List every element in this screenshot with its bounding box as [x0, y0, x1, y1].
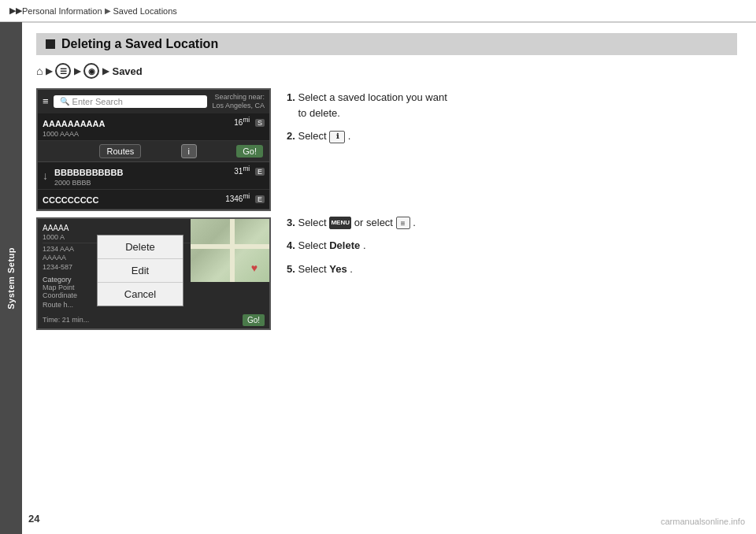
path-arrow2: ▶ [74, 66, 80, 76]
map-road-vertical [230, 219, 235, 282]
edit-menu-item[interactable]: Edit [98, 259, 183, 283]
list-item-dist: 16mi S [234, 116, 265, 127]
step-3-text: Select [298, 217, 329, 228]
instruction-3: 3. Select MENU or select ≡ . [287, 215, 737, 231]
spacer [287, 152, 737, 215]
map-area: ♥ [191, 219, 269, 282]
instructions-col: 1. Select a saved location you want to d… [287, 88, 737, 284]
contacts-icon: ☰ [55, 63, 71, 79]
path-row: ⌂ ▶ ☰ ▶ ◉ ▶ Saved [36, 63, 737, 79]
list-item[interactable]: ↓ BBBBBBBBBBB 31mi E 2000 BBBB [38, 162, 269, 190]
step-5-text: Select [298, 263, 329, 275]
list-item[interactable]: CCCCCCCCC 1346mi E [38, 190, 269, 210]
step-5-end: . [350, 263, 353, 275]
context-menu: Delete Edit Cancel [97, 235, 183, 306]
path-saved-label: Saved [112, 65, 142, 77]
home-icon: ⌂ [36, 65, 43, 77]
section-icon [46, 39, 55, 49]
instruction-1: 1. Select a saved location you want to d… [287, 90, 737, 121]
map-placeholder: ♥ [191, 219, 269, 282]
screen-top: ≡ 🔍 Enter Search Searching near: Los Ang… [36, 88, 271, 211]
step-4-text: Select [298, 239, 329, 251]
step-3-mid: or select [354, 217, 396, 228]
breadcrumb-part2: Saved Locations [113, 6, 177, 16]
bottom-item-name: AAAAA [43, 224, 69, 232]
path-arrow3: ▶ [102, 66, 109, 76]
list-item-dist: 31mi E [234, 165, 265, 176]
routes-row: Routes i Go! [38, 141, 269, 162]
menu-button-icon: MENU [329, 217, 351, 229]
step-1-text: Select a saved location you want to dele… [287, 91, 447, 119]
screen-bottom-bar: Time: 21 min... Go! [38, 312, 269, 328]
list-item-name: CCCCCCCCC [43, 195, 99, 205]
path-arrow1: ▶ [46, 66, 52, 76]
search-box[interactable]: 🔍 Enter Search [54, 95, 208, 108]
step-4-end: . [363, 239, 366, 251]
bottom-screen-inner: AAAAA 1000 A 1234 AAA AAAAA 1234-587 Cat… [38, 219, 269, 312]
list-button-icon: ≡ [396, 217, 410, 229]
go-button[interactable]: Go! [236, 145, 263, 158]
map-heart-icon: ♥ [251, 261, 258, 274]
step-2-end: . [348, 130, 351, 142]
screenshots-col: ≡ 🔍 Enter Search Searching near: Los Ang… [36, 88, 272, 333]
step-1-num: 1. [287, 91, 295, 103]
breadcrumb-arrow2: ▶ [105, 6, 111, 15]
instruction-5: 5. Select Yes . [287, 261, 737, 277]
main-content: Deleting a Saved Location ⌂ ▶ ☰ ▶ ◉ ▶ Sa… [22, 22, 756, 534]
target-icon: ◉ [83, 63, 99, 79]
search-placeholder: Enter Search [72, 97, 123, 106]
list-item-name: BBBBBBBBBBB [54, 168, 123, 177]
sidebar: System Setup [0, 22, 22, 534]
watermark: carmanualsonline.info [661, 517, 745, 526]
content-columns: ≡ 🔍 Enter Search Searching near: Los Ang… [36, 88, 737, 333]
hamburger-icon: ≡ [43, 95, 49, 107]
list-item-name: AAAAAAAAAA [43, 119, 105, 128]
breadcrumb: ▶▶ Personal Information ▶ Saved Location… [0, 0, 756, 22]
list-item-dist: 1346mi E [225, 192, 265, 203]
delete-menu-item[interactable]: Delete [98, 235, 183, 259]
step-5-bold: Yes [329, 263, 346, 275]
step-3-num: 3. [287, 217, 295, 228]
down-arrow-icon: ↓ [43, 169, 48, 182]
time-label: Time: 21 min... [43, 316, 89, 324]
screen-list: AAAAAAAAAA 16mi S 1000 AAAA Routes i Go! [38, 113, 269, 210]
bottom-item-sub: 1000 A [43, 233, 65, 241]
step-2-text: Select [298, 130, 329, 142]
instruction-2: 2. Select ℹ . [287, 128, 737, 144]
breadcrumb-part1: Personal Information [22, 6, 102, 16]
step-3-end: . [413, 217, 416, 228]
list-item-sub: 1000 AAAA [43, 130, 265, 138]
step-4-num: 4. [287, 239, 295, 251]
screen-bottom: AAAAA 1000 A 1234 AAA AAAAA 1234-587 Cat… [36, 217, 271, 330]
step-5-num: 5. [287, 263, 295, 275]
section-title: Deleting a Saved Location [61, 37, 218, 51]
search-icon: 🔍 [60, 97, 69, 106]
go-button-small[interactable]: Go! [243, 314, 265, 326]
searching-label: Searching near: [212, 93, 265, 102]
routes-button[interactable]: Routes [99, 144, 141, 158]
list-item-sub: 2000 BBBB [54, 179, 265, 187]
step-4-bold: Delete [329, 239, 360, 251]
info-inline-icon: ℹ [329, 131, 345, 143]
list-item[interactable]: AAAAAAAAAA 16mi S 1000 AAAA [38, 113, 269, 141]
info-button[interactable]: i [181, 144, 197, 158]
searching-near: Searching near: Los Angeles, CA [212, 93, 265, 110]
sidebar-label: System Setup [6, 247, 16, 310]
searching-location: Los Angeles, CA [212, 102, 265, 110]
cancel-menu-item[interactable]: Cancel [98, 283, 183, 306]
instruction-4: 4. Select Delete . [287, 238, 737, 254]
breadcrumb-arrows: ▶▶ [9, 6, 22, 16]
section-header: Deleting a Saved Location [36, 33, 737, 55]
screen-nav-bar: ≡ 🔍 Enter Search Searching near: Los Ang… [38, 90, 269, 113]
step-2-num: 2. [287, 130, 295, 142]
